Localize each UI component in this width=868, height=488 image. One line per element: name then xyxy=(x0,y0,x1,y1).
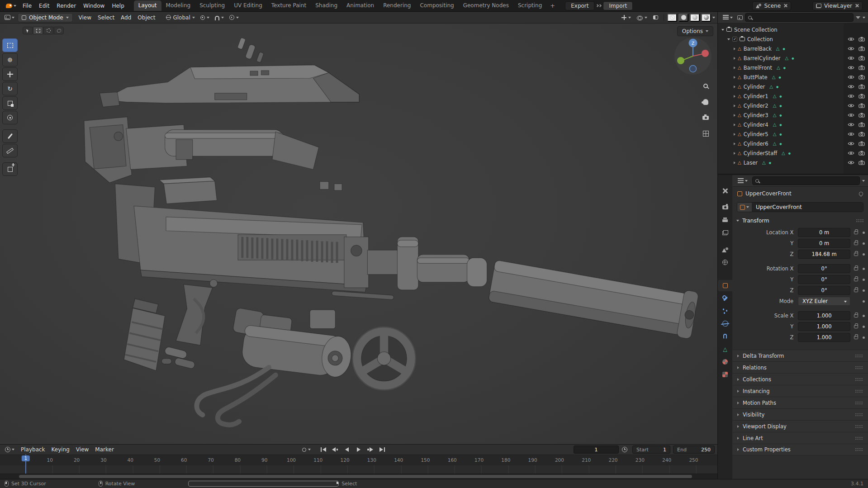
outliner-item-row[interactable]: △ Cylinder6 △ ● xyxy=(718,139,868,148)
properties-editor-type-button[interactable] xyxy=(735,177,750,184)
shading-material-button[interactable] xyxy=(690,14,700,22)
camera-render-icon[interactable] xyxy=(859,122,865,127)
viewport-menu-button[interactable]: View xyxy=(76,14,95,22)
disclosure-closed-icon[interactable] xyxy=(734,114,735,117)
show-overlays-toggle[interactable] xyxy=(635,14,650,21)
select-box-tool-button[interactable] xyxy=(2,38,18,52)
preview-range-button[interactable] xyxy=(620,446,630,453)
transform-value-field[interactable]: XYZ Euler xyxy=(798,297,850,306)
pin-icon[interactable] xyxy=(858,191,864,197)
circle-select-button[interactable] xyxy=(43,27,53,34)
transform-value-field[interactable]: 0° xyxy=(798,286,850,295)
collapsed-panel-header[interactable]: Delta Transform xyxy=(732,350,868,361)
collapsed-panel-header[interactable]: Relations xyxy=(732,361,868,373)
workspace-tab[interactable]: Rendering xyxy=(379,0,415,11)
eye-icon[interactable] xyxy=(848,46,854,51)
outliner-item-row[interactable]: △ CylinderStaff △ ● xyxy=(718,148,868,158)
modifiers-tab[interactable] xyxy=(718,293,732,304)
add-cube-tool-button[interactable] xyxy=(2,162,18,176)
chevron-down-icon[interactable] xyxy=(712,17,715,19)
timeline-menu-button[interactable]: View xyxy=(73,446,92,453)
camera-render-icon[interactable] xyxy=(859,113,865,118)
box-select-button[interactable] xyxy=(33,27,43,34)
scale-tool-button[interactable] xyxy=(2,96,18,110)
view-layer-tab[interactable] xyxy=(718,227,732,238)
workspace-tab[interactable]: Animation xyxy=(342,0,379,11)
collapsed-panel-header[interactable]: Instancing xyxy=(732,385,868,397)
transform-panel-header[interactable]: Transform xyxy=(732,215,868,227)
camera-render-icon[interactable] xyxy=(859,141,865,146)
viewport-menu-button[interactable]: Object xyxy=(134,14,158,22)
outliner-item-row[interactable]: △ Cylinder5 △ ● xyxy=(718,129,868,139)
3d-viewport[interactable]: ⊕ ↻ Options xyxy=(0,24,717,444)
disclosure-closed-icon[interactable] xyxy=(734,76,735,79)
tool-tab[interactable] xyxy=(718,185,732,196)
drag-grip-icon[interactable] xyxy=(855,366,863,370)
camera-render-icon[interactable] xyxy=(859,160,865,165)
object-browse-button[interactable] xyxy=(737,203,752,212)
animate-dot-icon[interactable] xyxy=(863,232,865,234)
constraints-tab[interactable] xyxy=(718,331,732,342)
shading-wireframe-button[interactable] xyxy=(667,14,677,22)
tweak-select-button[interactable] xyxy=(23,27,33,34)
object-tab[interactable] xyxy=(718,280,732,291)
outliner-search-input[interactable] xyxy=(745,13,854,22)
disclosure-closed-icon[interactable] xyxy=(734,104,735,107)
workspace-tab[interactable]: Sculpting xyxy=(195,0,229,11)
annotate-tool-button[interactable] xyxy=(2,129,18,143)
transform-value-field[interactable]: 1.000 xyxy=(798,311,850,320)
current-frame-field[interactable]: 1 xyxy=(574,445,619,454)
eye-icon[interactable] xyxy=(848,132,854,137)
collapsed-panel-header[interactable]: Motion Paths xyxy=(732,397,868,408)
camera-render-icon[interactable] xyxy=(859,75,865,80)
eye-icon[interactable] xyxy=(848,160,854,165)
outliner-item-row[interactable]: △ Cylinder4 △ ● xyxy=(718,120,868,129)
animate-dot-icon[interactable] xyxy=(863,336,865,339)
menu-button[interactable]: Render xyxy=(53,2,80,10)
transform-value-field[interactable]: 0 m xyxy=(798,228,850,237)
drag-grip-icon[interactable] xyxy=(855,389,863,393)
animate-dot-icon[interactable] xyxy=(863,289,865,292)
rotate-tool-button[interactable]: ↻ xyxy=(2,82,18,95)
collapsed-panel-header[interactable]: Collections xyxy=(732,373,868,385)
menu-button[interactable]: Help xyxy=(108,2,128,10)
camera-render-icon[interactable] xyxy=(859,56,865,61)
output-tab[interactable] xyxy=(718,214,732,226)
outliner-item-row[interactable]: △ BarrelFront △ ● xyxy=(718,63,868,72)
camera-view-button[interactable] xyxy=(700,112,711,123)
collection-row[interactable]: ✓ Collection xyxy=(718,34,868,44)
play-button[interactable] xyxy=(353,445,364,454)
zoom-button[interactable] xyxy=(700,81,711,91)
animate-dot-icon[interactable] xyxy=(863,300,865,303)
disclosure-open-icon[interactable] xyxy=(727,38,730,40)
workspace-tab[interactable]: Scripting xyxy=(513,0,546,11)
chevron-down-icon[interactable] xyxy=(863,17,865,19)
chevron-down-icon[interactable] xyxy=(862,180,865,182)
drag-grip-icon[interactable] xyxy=(855,413,863,417)
outliner-item-row[interactable]: △ Cylinder △ ● xyxy=(718,82,868,91)
collapsed-panel-header[interactable]: Line Art xyxy=(732,432,868,444)
camera-render-icon[interactable] xyxy=(859,65,865,70)
workspace-tab[interactable]: Texture Paint xyxy=(267,0,311,11)
timeline-menu-button[interactable]: Playback xyxy=(18,446,48,453)
transform-tool-button[interactable] xyxy=(2,111,18,124)
prev-keyframe-button[interactable] xyxy=(330,445,341,454)
camera-render-icon[interactable] xyxy=(859,132,865,137)
workspace-tab[interactable]: Layout xyxy=(134,0,161,11)
jump-to-start-button[interactable] xyxy=(318,445,329,454)
disclosure-closed-icon[interactable] xyxy=(734,66,735,69)
lock-icon[interactable] xyxy=(854,314,858,317)
drag-grip-icon[interactable] xyxy=(855,448,863,451)
menu-button[interactable]: File xyxy=(19,2,35,10)
camera-render-icon[interactable] xyxy=(859,37,865,42)
auto-keying-button[interactable] xyxy=(299,447,313,453)
navigation-gizmo[interactable]: Z xyxy=(674,37,712,75)
move-tool-button[interactable] xyxy=(2,67,18,81)
physics-tab[interactable] xyxy=(718,318,732,329)
snap-selector[interactable] xyxy=(213,14,226,21)
transform-orientation-selector[interactable]: Global xyxy=(164,14,197,22)
play-reverse-button[interactable] xyxy=(342,445,352,454)
timeline-menu-button[interactable]: Marker xyxy=(92,446,117,453)
collapsed-panel-header[interactable]: Viewport Display xyxy=(732,420,868,432)
transform-value-field[interactable]: 0° xyxy=(798,264,850,273)
